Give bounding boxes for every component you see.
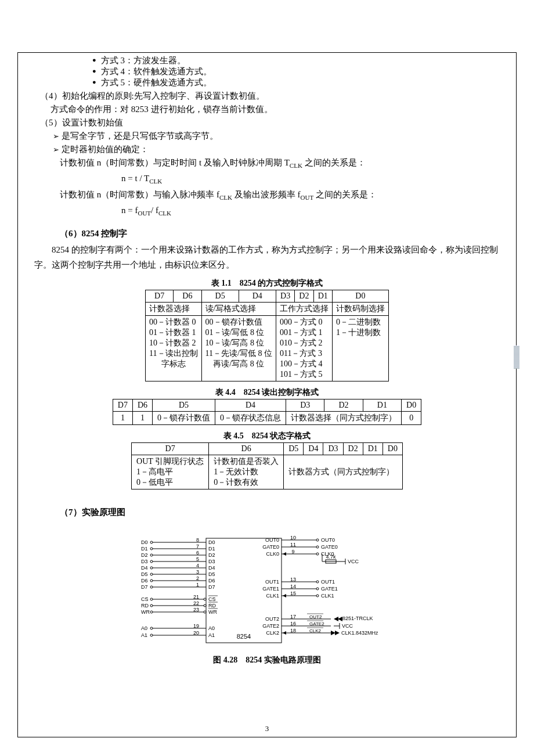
cell-line: 0－低电平 [136,477,204,488]
sub-clk: CLK [149,178,162,185]
svg-point-7 [150,548,153,550]
cell-line: 11－读出控制 字标志 [149,348,197,369]
vcc-label: VCC [348,559,359,564]
svg-text:OUT0: OUT0 [265,537,279,543]
svg-text:4: 4 [196,563,199,568]
heading-text: （6）8254 控制字 [60,229,127,238]
svg-point-82 [316,546,319,548]
arrow-item-1: 是写全字节，还是只写低字节或高字节。 [53,131,500,142]
svg-text:OUT1: OUT1 [321,579,335,585]
heading-text: （7）实验原理图 [60,507,125,517]
cell-line: 1－高电平 [136,467,204,477]
svg-text:3: 3 [196,569,199,575]
section-7-head: （7）实验原理图 [60,507,125,518]
svg-point-27 [150,573,153,575]
svg-text:1: 1 [196,582,199,588]
td: 计数器方式（同方式控制字） [284,455,403,489]
svg-text:GATE1: GATE1 [262,586,279,592]
td: 0－二进制数 1－十进制数 [332,316,388,381]
svg-point-88 [316,553,319,555]
td: D6 [209,443,284,455]
cell-line: 01－读/写低 8 位 [205,327,272,338]
arrow-item-2: 定时器初始值的确定： [53,144,500,155]
svg-text:D0: D0 [208,539,215,545]
cell-line: 01－计数器 1 [149,327,197,338]
svg-text:WR: WR [141,609,150,615]
svg-text:7: 7 [196,543,199,549]
svg-point-58 [204,611,206,613]
svg-text:D0: D0 [141,539,148,545]
svg-text:17: 17 [290,614,296,620]
table-row: D7 D6 D5 D4 D3 D2 D1 D0 [132,443,403,455]
svg-text:D5: D5 [141,571,148,577]
trclk-label: 8251-TRCLK [342,615,373,621]
cell-line: 1－无效计数 [214,467,279,477]
svg-point-44 [204,598,206,600]
formula-text: / f [151,206,158,215]
cell-line: 0－计数有效 [214,477,279,488]
svg-text:RD: RD [141,603,149,609]
svg-text:GATE1: GATE1 [321,586,338,592]
td: D2 [324,399,363,412]
sub-clk: CLK [290,162,302,169]
cell-line: 1－十进制数 [336,327,385,338]
section-4: （4）初始化编程的原则:先写入控制字、再设置计数初值。 [40,91,500,102]
svg-text:13: 13 [290,577,296,582]
svg-text:OUT0: OUT0 [321,537,335,543]
formula-1: n = t / TCLK [121,174,500,185]
section-4-sub: 方式命令的作用：对 8253 进行初始化，锁存当前计数值。 [50,104,500,115]
svg-text:GATE0: GATE0 [262,544,279,550]
td: 00－锁存计数值 01－读/写低 8 位 10－读/写高 8 位 11－先读/写… [201,316,276,381]
svg-text:16: 16 [290,621,296,627]
svg-text:11: 11 [290,542,296,548]
svg-text:CLK2: CLK2 [266,630,279,636]
page-number: 3 [18,724,516,733]
schematic-caption: 图 4.28 8254 实验电路原理图 [34,655,500,665]
td: D5 [284,443,304,455]
text: 之间的关系是： [316,190,377,199]
th: D1 [313,290,332,303]
svg-text:14: 14 [290,584,296,589]
td: D1 [363,443,383,455]
svg-point-42 [150,598,153,600]
vcc-label-2: VCC [342,623,353,629]
scrollbar-thumb[interactable] [514,345,519,369]
r-label: 4.7k [326,554,336,560]
th: D2 [295,290,313,303]
td: D1 [363,399,401,412]
svg-point-63 [150,627,153,629]
bullet-item: 方式 3：方波发生器。 [92,55,500,66]
svg-point-37 [150,586,153,588]
svg-text:A0: A0 [208,625,215,631]
svg-text:2: 2 [196,575,199,581]
td: OUT 引脚现行状态 1－高电平 0－低电平 [132,455,209,489]
svg-text:A1: A1 [141,632,147,638]
svg-text:CLK2: CLK2 [309,628,322,633]
schematic-diagram: 8254 D08D0D17D1D26D2D35D3D44D4D53D5D62D6… [131,535,403,651]
bullet-item: 方式 5：硬件触发选通方式。 [92,77,500,88]
td: D2 [343,443,363,455]
th: D5 [201,290,239,303]
svg-point-12 [150,554,153,556]
document-page: 方式 3：方波发生器。 方式 4：软件触发选通方式。 方式 5：硬件触发选通方式… [17,52,517,737]
svg-text:19: 19 [193,623,199,629]
svg-text:OUT2: OUT2 [309,614,322,620]
svg-text:OUT2: OUT2 [265,616,279,622]
td: D3 [323,443,343,455]
td: 00－计数器 0 01－计数器 1 10－计数器 2 11－读出控制 字标志 [146,316,201,381]
td: 1 [113,412,132,425]
table-row: 1 1 0－锁存计数值 0－锁存状态信息 计数器选择（同方式控制字） 0 [113,412,421,425]
svg-point-56 [150,611,153,613]
table-3: D7 D6 D5 D4 D3 D2 D1 D0 OUT 引脚现行状态 1－高电平… [131,442,403,489]
svg-point-68 [150,634,153,636]
svg-text:21: 21 [193,594,199,600]
section-5: （5）设置计数初始值 [40,117,500,128]
table-1-caption: 表 1.1 8254 的方式控制字格式 [34,278,500,289]
table-2-caption: 表 4.4 8254 读出控制字格式 [34,387,500,398]
svg-text:CLK0: CLK0 [266,551,279,557]
cell-line: OUT 引脚现行状态 [136,456,204,467]
td: 读/写格式选择 [201,303,276,316]
td: D0 [402,399,421,412]
svg-text:RD: RD [208,603,216,609]
cell-line: 00－计数器 0 [149,317,197,327]
